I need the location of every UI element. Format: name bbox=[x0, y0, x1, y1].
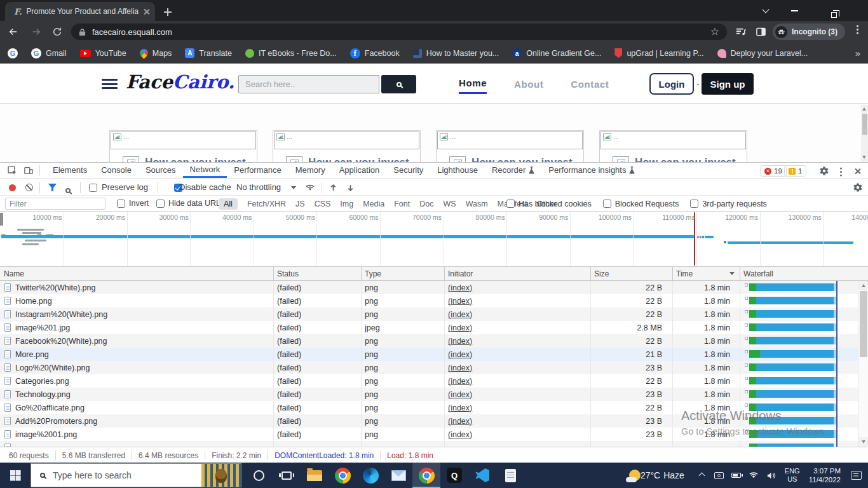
devtools-tab-performance[interactable]: Performance bbox=[227, 163, 288, 178]
taskbar-app-mail[interactable] bbox=[384, 463, 412, 488]
taskbar-app-vscode[interactable] bbox=[468, 463, 496, 488]
request-initiator-link[interactable]: (index) bbox=[448, 390, 472, 399]
tab-search-chevron-icon[interactable] bbox=[762, 6, 769, 13]
import-har-icon[interactable] bbox=[329, 184, 337, 192]
battery-icon[interactable] bbox=[731, 473, 741, 478]
filter-type-media[interactable]: Media bbox=[363, 200, 384, 208]
new-tab-icon[interactable] bbox=[164, 8, 172, 16]
network-request-row[interactable]: Instagram%20(White).png(failed)png(index… bbox=[0, 308, 868, 321]
action-center-icon[interactable] bbox=[851, 471, 862, 480]
volume-icon[interactable] bbox=[766, 471, 776, 480]
device-toolbar-icon[interactable] bbox=[24, 166, 33, 175]
filter-type-font[interactable]: Font bbox=[394, 200, 410, 208]
taskbar-app-chrome[interactable] bbox=[329, 463, 356, 488]
invert-checkbox[interactable] bbox=[117, 200, 125, 208]
filter-type-wasm[interactable]: Wasm bbox=[466, 200, 488, 208]
filter-type-ws[interactable]: WS bbox=[443, 200, 456, 208]
clock[interactable]: 3:07 PM11/4/2022 bbox=[809, 466, 841, 484]
network-request-row[interactable]: Logo%20(White).png(failed)png(index)23 B… bbox=[0, 361, 868, 374]
display-icon[interactable] bbox=[714, 472, 724, 479]
column-header-name[interactable]: Name bbox=[4, 269, 24, 278]
taskbar-app-taskview[interactable] bbox=[273, 463, 301, 488]
bookmarks-overflow-icon[interactable]: » bbox=[855, 48, 860, 58]
taskbar-app-edge[interactable] bbox=[356, 463, 384, 488]
bookmark-youtube[interactable]: YouTube bbox=[80, 49, 126, 58]
devtools-menu-icon[interactable] bbox=[840, 171, 842, 173]
bookmark-star-icon[interactable]: ☆ bbox=[710, 27, 719, 37]
devtools-tab-security[interactable]: Security bbox=[386, 163, 430, 178]
url-text[interactable]: facecairo.esquall.com bbox=[92, 27, 710, 37]
window-restore-icon[interactable] bbox=[831, 12, 837, 18]
filter-extra-has-blocked-cookies[interactable]: Has blocked cookies bbox=[506, 200, 592, 208]
weather-temp[interactable]: 27°C bbox=[641, 470, 660, 480]
browser-menu-icon[interactable] bbox=[857, 29, 858, 30]
table-scrollbar[interactable] bbox=[858, 281, 868, 447]
bookmark-facebook[interactable]: fFacebook bbox=[350, 48, 400, 58]
network-request-row[interactable]: Technology.png(failed)png(index)23 B1.8 … bbox=[0, 388, 868, 401]
column-header-size[interactable]: Size bbox=[594, 269, 609, 278]
taskbar-app-chrome[interactable] bbox=[412, 463, 440, 488]
bookmark-online-gradient-ge[interactable]: aOnline Gradient Ge... bbox=[512, 48, 601, 58]
taskbar-app-qapp[interactable]: Q bbox=[440, 463, 468, 488]
network-request-row[interactable]: Categories.png(failed)png(index)22 B1.8 … bbox=[0, 374, 868, 388]
content-card[interactable]: ...How can you invest bbox=[109, 130, 257, 162]
page-scrollbar[interactable] bbox=[861, 105, 868, 162]
weather-icon[interactable] bbox=[629, 470, 641, 481]
media-controls-icon[interactable] bbox=[736, 27, 746, 36]
devtools-tab-console[interactable]: Console bbox=[94, 163, 139, 178]
network-request-row[interactable]: Twitter%20(White).png(failed)png(index)2… bbox=[0, 281, 868, 294]
address-bar[interactable]: facecairo.esquall.com ☆ bbox=[71, 24, 727, 40]
site-logo[interactable]: FaceCairo. bbox=[126, 71, 234, 93]
request-initiator-link[interactable]: (index) bbox=[448, 283, 472, 292]
weather-condition[interactable]: Haze bbox=[663, 470, 684, 480]
devtools-tab-memory[interactable]: Memory bbox=[288, 163, 332, 178]
request-initiator-link[interactable]: (index) bbox=[448, 417, 472, 426]
devtools-tab-application[interactable]: Application bbox=[332, 163, 387, 178]
bookmark-deploy-your-laravel[interactable]: Deploy your Laravel... bbox=[717, 49, 808, 58]
hide-data-urls-checkbox[interactable] bbox=[156, 200, 165, 208]
request-initiator-link[interactable]: (index) bbox=[448, 297, 472, 306]
search-highlight-image[interactable] bbox=[201, 464, 241, 487]
filter-extra-blocked-requests[interactable]: Blocked Requests bbox=[603, 200, 679, 208]
window-minimize-icon[interactable] bbox=[791, 10, 798, 11]
network-settings-gear-icon[interactable] bbox=[853, 182, 863, 193]
network-conditions-icon[interactable] bbox=[305, 184, 315, 192]
column-header-type[interactable]: Type bbox=[365, 269, 381, 278]
export-har-icon[interactable] bbox=[346, 184, 355, 192]
site-search-button[interactable] bbox=[381, 75, 416, 93]
taskbar-app-cortana[interactable] bbox=[245, 463, 273, 488]
taskbar-app-explorer[interactable] bbox=[301, 463, 329, 488]
network-request-row[interactable]: Home.png(failed)png(index)22 B1.8 min bbox=[0, 294, 868, 308]
bookmark-gmail[interactable]: GGmail bbox=[31, 48, 67, 58]
request-initiator-link[interactable]: (index) bbox=[448, 363, 472, 372]
bookmark-maps[interactable]: Maps bbox=[140, 49, 172, 58]
bookmark-translate[interactable]: ATranslate bbox=[185, 48, 232, 58]
network-filter-input[interactable] bbox=[5, 198, 105, 210]
taskbar-search[interactable]: Type here to search bbox=[31, 463, 241, 487]
table-scrollbar-thumb[interactable] bbox=[860, 291, 867, 357]
filter-type-css[interactable]: CSS bbox=[315, 200, 331, 208]
signup-button[interactable]: Sign up bbox=[702, 73, 754, 95]
devtools-settings-gear-icon[interactable] bbox=[819, 166, 829, 176]
nav-item-about[interactable]: About bbox=[514, 75, 543, 93]
browser-tab[interactable]: F. Promote Your Product and Affelia bbox=[5, 2, 155, 21]
devtools-tab-lighthouse[interactable]: Lighthouse bbox=[430, 163, 485, 178]
back-icon[interactable] bbox=[8, 26, 19, 37]
scroll-up-icon[interactable] bbox=[862, 107, 866, 111]
network-request-row[interactable]: More.png(failed)png(index)21 B1.8 min bbox=[0, 348, 868, 361]
request-initiator-link[interactable]: (index) bbox=[448, 323, 472, 332]
devtools-tab-network[interactable]: Network bbox=[183, 163, 227, 178]
side-panel-icon[interactable] bbox=[756, 27, 766, 36]
nav-item-home[interactable]: Home bbox=[459, 74, 487, 94]
content-card[interactable]: ...How can you invest bbox=[273, 130, 421, 162]
network-request-row-partial[interactable] bbox=[0, 441, 868, 447]
record-icon[interactable] bbox=[9, 184, 16, 191]
request-initiator-link[interactable]: (index) bbox=[448, 337, 472, 346]
network-search-icon[interactable] bbox=[65, 188, 71, 193]
taskbar-app-notepad[interactable] bbox=[496, 463, 524, 488]
request-initiator-link[interactable]: (index) bbox=[448, 430, 472, 439]
devtools-tab-elements[interactable]: Elements bbox=[46, 163, 94, 178]
filter-type-js[interactable]: JS bbox=[295, 200, 305, 208]
console-errors-badge[interactable]: 19 bbox=[760, 165, 787, 177]
devtools-tab-recorder[interactable]: Recorder bbox=[485, 163, 541, 178]
